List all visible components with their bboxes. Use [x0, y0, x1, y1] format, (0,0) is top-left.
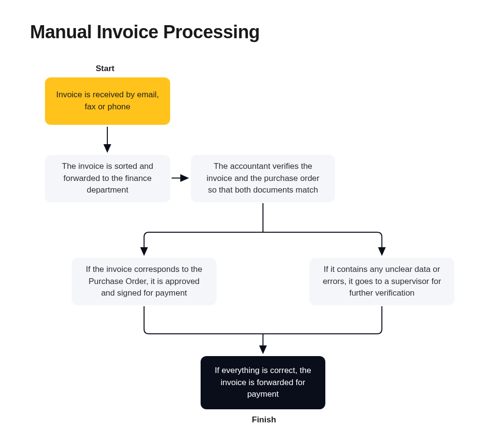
node-invoice-received: Invoice is received by email, fax or pho… [45, 77, 170, 125]
node-errors: If it contains any unclear data or error… [309, 258, 454, 305]
page-title: Manual Invoice Processing [30, 22, 260, 43]
node-approved: If the invoice corresponds to the Purcha… [72, 258, 217, 305]
flowchart: Manual Invoice Processing Start Invoice … [0, 0, 495, 448]
node-accountant-verify: The accountant verifies the invoice and … [191, 155, 335, 202]
node-invoice-sorted: The invoice is sorted and forwarded to t… [45, 155, 170, 202]
finish-label: Finish [252, 415, 276, 425]
start-label: Start [96, 64, 115, 74]
node-forward-payment: If everything is correct, the invoice is… [201, 356, 325, 409]
